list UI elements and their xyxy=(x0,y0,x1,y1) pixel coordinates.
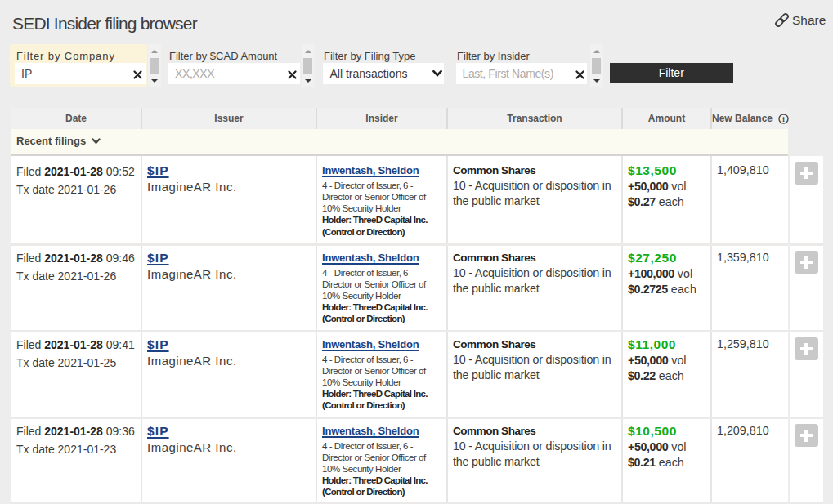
svg-text:i: i xyxy=(783,114,786,123)
